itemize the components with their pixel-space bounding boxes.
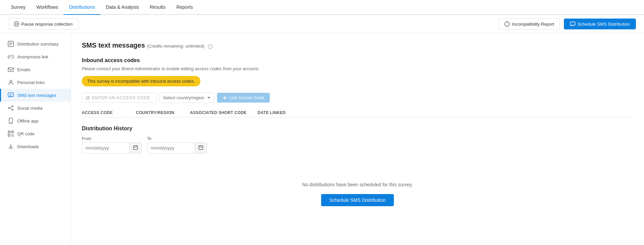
- sidebar-label: Distribution summary: [17, 42, 58, 47]
- sidebar-label: Downloads: [17, 144, 39, 149]
- distribution-summary-icon: [8, 41, 14, 47]
- sidebar-item-distribution-summary[interactable]: Distribution summary: [0, 37, 71, 50]
- to-label: To: [147, 136, 207, 141]
- link-access-code-button[interactable]: Link Access Code: [217, 93, 269, 103]
- emails-icon: [8, 66, 14, 73]
- downloads-icon: [8, 143, 14, 149]
- to-calendar-button[interactable]: [195, 143, 207, 153]
- empty-state-text: No distributions have been scheduled for…: [82, 182, 633, 187]
- empty-state: No distributions have been scheduled for…: [82, 162, 633, 216]
- calendar-icon: [198, 145, 203, 150]
- access-code-table-headers: Access code Country/Region Associated sh…: [82, 108, 633, 117]
- incompatibility-label: Incompatibility Report: [512, 22, 554, 27]
- at-symbol: @: [86, 95, 90, 100]
- svg-text:!: !: [507, 22, 508, 26]
- page-title: SMS text messages: [82, 42, 145, 49]
- svg-rect-29: [13, 134, 14, 135]
- toolbar-right: ! Incompatibility Report Schedule SMS Di…: [499, 18, 636, 30]
- svg-point-11: [10, 80, 12, 82]
- svg-rect-33: [134, 146, 138, 149]
- from-date-wrapper: [82, 142, 142, 154]
- pause-response-button[interactable]: Pause response collection: [8, 18, 78, 30]
- sidebar-label: Personal links: [17, 80, 45, 85]
- svg-point-15: [12, 106, 13, 107]
- incompatibility-report-button[interactable]: ! Incompatibility Report: [499, 18, 560, 30]
- plus-icon: [222, 96, 227, 100]
- incompatibility-warning: This survey is incompatible with inbound…: [82, 76, 200, 86]
- to-date-wrapper: [147, 142, 207, 154]
- nav-item-survey[interactable]: Survey: [5, 0, 31, 15]
- to-date-input[interactable]: [147, 143, 195, 153]
- sidebar-item-social-media[interactable]: Social media: [0, 102, 71, 114]
- sidebar-item-qr-code[interactable]: QR code: [0, 127, 71, 140]
- credits-label: (Credits remaining: unlimited): [147, 44, 205, 49]
- svg-rect-23: [9, 132, 9, 132]
- svg-line-18: [10, 107, 12, 108]
- nav-item-reports[interactable]: Reports: [171, 0, 198, 15]
- top-nav: Survey Workflows Distributions Data & An…: [0, 0, 644, 15]
- sidebar-label: Anonymous link: [17, 54, 48, 59]
- sidebar-label: Offline app: [17, 118, 39, 124]
- from-date-input[interactable]: [82, 143, 129, 153]
- date-range-row: From To: [82, 136, 633, 154]
- warning-text: This survey is incompatible with inbound…: [87, 79, 195, 84]
- sidebar-label: SMS text messages: [17, 93, 56, 98]
- svg-rect-30: [11, 136, 14, 136]
- warning-icon: !: [504, 21, 510, 27]
- sidebar-item-anonymous-link[interactable]: Anonymous link: [0, 50, 71, 63]
- access-code-row: @ Select country/region Link Access Code: [82, 92, 633, 103]
- table-header-date-linked: Date linked: [258, 110, 308, 115]
- layout: Distribution summary Anonymous link Emai…: [0, 33, 644, 245]
- distribution-history-title: Distribution History: [82, 126, 633, 132]
- access-code-input-wrapper: @: [82, 93, 157, 103]
- social-media-icon: [8, 105, 14, 111]
- nav-item-data-analysis[interactable]: Data & Analysis: [100, 0, 144, 15]
- empty-state-schedule-button[interactable]: Schedule SMS Distribution: [321, 194, 394, 206]
- pause-label: Pause response collection: [21, 22, 73, 27]
- info-icon[interactable]: i: [208, 44, 213, 49]
- to-date-field: To: [147, 136, 207, 154]
- pause-icon: [14, 21, 19, 27]
- svg-rect-27: [9, 135, 9, 136]
- sms-icon: [570, 21, 575, 27]
- table-header-access-code: Access code: [82, 110, 136, 115]
- svg-rect-10: [8, 68, 14, 72]
- sms-text-icon: [8, 92, 14, 98]
- from-date-field: From: [82, 136, 142, 154]
- svg-line-19: [10, 108, 12, 109]
- svg-point-17: [12, 109, 13, 110]
- qr-code-icon: [8, 131, 14, 137]
- nav-item-workflows[interactable]: Workflows: [31, 0, 64, 15]
- sidebar: Distribution summary Anonymous link Emai…: [0, 33, 71, 245]
- sidebar-label: QR code: [17, 131, 34, 136]
- access-code-input[interactable]: [92, 95, 153, 100]
- schedule-sms-button[interactable]: Schedule SMS Distribution: [564, 19, 636, 29]
- personal-links-icon: [8, 79, 14, 85]
- svg-rect-25: [12, 132, 13, 132]
- main-content: SMS text messages (Credits remaining: un…: [71, 33, 644, 245]
- from-calendar-button[interactable]: [129, 143, 141, 153]
- sidebar-label: Social media: [17, 106, 42, 111]
- sidebar-item-personal-links[interactable]: Personal links: [0, 76, 71, 89]
- offline-app-icon: [8, 118, 14, 124]
- table-header-country: Country/Region: [136, 110, 190, 115]
- svg-point-0: [14, 22, 19, 26]
- inbound-description: Please contact your Brand Administrator …: [82, 66, 633, 71]
- svg-point-16: [8, 107, 10, 109]
- country-region-select[interactable]: Select country/region: [159, 92, 214, 103]
- schedule-sms-label: Schedule SMS Distribution: [577, 22, 630, 27]
- nav-item-results[interactable]: Results: [144, 0, 171, 15]
- svg-rect-37: [199, 146, 203, 149]
- inbound-section-title: Inbound access codes: [82, 57, 633, 63]
- svg-rect-5: [570, 22, 575, 25]
- sidebar-item-offline-app[interactable]: Offline app: [0, 114, 71, 127]
- link-access-label: Link Access Code: [229, 95, 264, 100]
- sidebar-label: Emails: [17, 67, 30, 72]
- sidebar-item-downloads[interactable]: Downloads: [0, 140, 71, 153]
- from-label: From: [82, 136, 142, 141]
- svg-rect-28: [11, 134, 12, 135]
- sidebar-item-emails[interactable]: Emails: [0, 63, 71, 76]
- sidebar-item-sms-text-messages[interactable]: SMS text messages: [0, 89, 71, 102]
- anonymous-link-icon: [8, 54, 14, 60]
- nav-item-distributions[interactable]: Distributions: [64, 0, 100, 15]
